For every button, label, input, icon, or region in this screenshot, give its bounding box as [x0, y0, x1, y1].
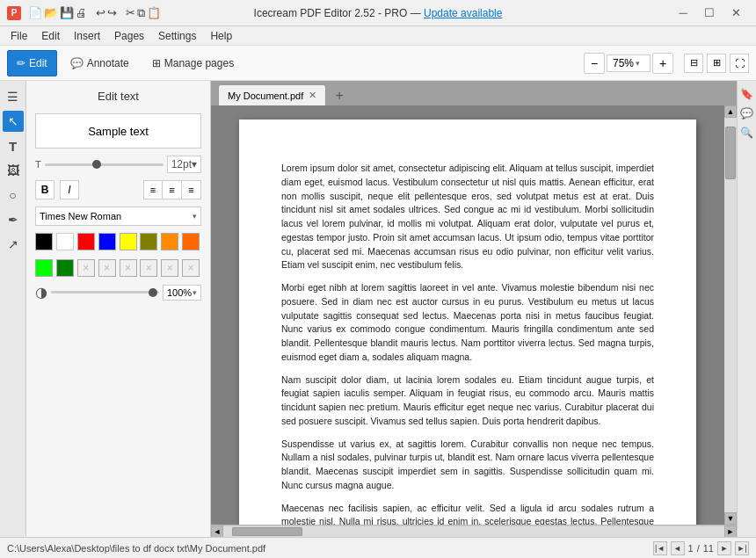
color-yellow[interactable] — [120, 233, 137, 250]
next-page-button[interactable]: ► — [717, 541, 731, 555]
h-scrollbar: ◄ ► — [211, 525, 737, 537]
scroll-down-button[interactable]: ▼ — [724, 512, 737, 525]
align-center-button[interactable]: ≡ — [163, 180, 182, 199]
opacity-display[interactable]: 100% ▾ — [163, 285, 201, 301]
print-icon[interactable]: 🖨 — [76, 6, 87, 20]
toolbar-right-icons: ⊟ ⊞ ⛶ — [684, 54, 749, 73]
pdf-viewer[interactable]: Lorem ipsum dolor sit amet, consectetur … — [211, 105, 724, 525]
font-family-select[interactable]: Times New Roman ▾ — [35, 207, 201, 226]
zoom-in-button[interactable]: + — [652, 53, 673, 74]
opacity-slider-thumb[interactable] — [149, 288, 157, 297]
color-empty3[interactable] — [120, 259, 137, 277]
opacity-slider[interactable] — [51, 291, 159, 293]
opacity-row: ◑ 100% ▾ — [35, 284, 201, 301]
scroll-right-button[interactable]: ► — [724, 525, 737, 538]
tab-bar: My Document.pdf ✕ + — [211, 81, 737, 105]
close-button[interactable]: ✕ — [723, 4, 749, 23]
maximize-button[interactable]: ☐ — [696, 4, 723, 23]
open-file-icon[interactable]: 📂 — [44, 6, 58, 20]
para-5: Maecenas nec facilisis sapien, ac effici… — [281, 502, 654, 525]
font-size-slider[interactable] — [45, 163, 164, 166]
split-vertical-icon[interactable]: ⊟ — [684, 54, 703, 73]
rs-bookmark-icon[interactable]: 🔖 — [739, 86, 755, 102]
zoom-out-button[interactable]: − — [584, 53, 605, 74]
color-empty6[interactable] — [182, 259, 200, 277]
paste-icon[interactable]: 📋 — [147, 6, 161, 20]
rs-comment-icon[interactable]: 💬 — [739, 105, 755, 121]
prev-page-button[interactable]: ◄ — [671, 541, 685, 555]
color-empty2[interactable] — [98, 259, 116, 277]
align-left-button[interactable]: ≡ — [143, 180, 163, 199]
color-blue[interactable] — [98, 233, 116, 250]
zoom-control: − 75% ▾ + — [584, 53, 673, 74]
menu-help[interactable]: Help — [203, 28, 239, 44]
scroll-track[interactable] — [724, 118, 737, 512]
font-size-dropdown-arrow[interactable]: ▾ — [192, 158, 197, 170]
cut-icon[interactable]: ✂ — [126, 6, 135, 20]
color-empty4[interactable] — [140, 259, 157, 277]
para-2: Morbi eget nibh at lorem sagittis laoree… — [281, 281, 654, 365]
menu-edit[interactable]: Edit — [34, 28, 67, 44]
tab-add-button[interactable]: + — [330, 86, 349, 105]
undo-icon[interactable]: ↩ — [96, 6, 105, 20]
menu-file[interactable]: File — [4, 28, 34, 44]
zoom-dropdown-arrow[interactable]: ▾ — [636, 59, 640, 68]
align-right-button[interactable]: ≡ — [182, 180, 201, 199]
doc-area: My Document.pdf ✕ + Lorem ipsum dolor si… — [211, 81, 737, 537]
color-darkorange[interactable] — [182, 233, 200, 250]
color-green[interactable] — [56, 259, 74, 277]
scroll-up-button[interactable]: ▲ — [724, 105, 737, 118]
menu-pages[interactable]: Pages — [107, 28, 151, 44]
color-black[interactable] — [35, 233, 53, 250]
sidebar-image-tool[interactable]: 🖼 — [3, 160, 24, 181]
edit-button[interactable]: ✏ Edit — [7, 50, 57, 76]
pdf-content-area: Lorem ipsum dolor sit amet, consectetur … — [211, 105, 737, 525]
italic-button[interactable]: I — [60, 180, 79, 199]
fullscreen-icon[interactable]: ⛶ — [730, 54, 749, 73]
sidebar-hand-tool[interactable]: ☰ — [3, 86, 24, 107]
color-empty1[interactable] — [77, 259, 95, 277]
font-size-slider-thumb[interactable] — [92, 160, 101, 169]
rs-search-icon[interactable]: 🔍 — [739, 125, 755, 141]
h-scroll-track[interactable] — [223, 526, 724, 537]
menu-insert[interactable]: Insert — [67, 28, 107, 44]
pdf-scrollbar: ▲ ▼ — [724, 105, 737, 525]
sidebar-text-tool[interactable]: T — [3, 135, 24, 156]
menu-settings[interactable]: Settings — [151, 28, 203, 44]
save-icon[interactable]: 💾 — [60, 6, 74, 20]
split-horizontal-icon[interactable]: ⊞ — [707, 54, 726, 73]
statusbar: C:\Users\Alexa\Desktop\files to df docx … — [0, 537, 756, 558]
copy-icon[interactable]: ⧉ — [137, 6, 145, 20]
update-link[interactable]: Update available — [424, 7, 502, 19]
minimize-button[interactable]: ─ — [670, 4, 696, 23]
color-lime[interactable] — [35, 259, 53, 277]
para-3: Nam suscipit dolor diam, ut lacinia lore… — [281, 373, 654, 429]
color-empty5[interactable] — [161, 259, 178, 277]
color-red[interactable] — [77, 233, 95, 250]
total-pages: 11 — [703, 543, 714, 554]
scroll-left-button[interactable]: ◄ — [211, 525, 223, 538]
color-olive[interactable] — [140, 233, 157, 250]
pdf-page: Lorem ipsum dolor sit amet, consectetur … — [239, 120, 696, 525]
color-orange[interactable] — [161, 233, 178, 250]
scroll-thumb[interactable] — [725, 127, 736, 179]
redo-icon[interactable]: ↪ — [107, 6, 117, 20]
color-white[interactable] — [56, 233, 74, 250]
document-tab[interactable]: My Document.pdf ✕ — [218, 84, 326, 105]
sidebar-select-tool[interactable]: ↖ — [3, 111, 24, 132]
first-page-button[interactable]: |◄ — [653, 541, 667, 555]
last-page-button[interactable]: ►| — [735, 541, 749, 555]
sidebar-arrow-tool[interactable]: ↗ — [3, 234, 24, 255]
new-file-icon[interactable]: 📄 — [28, 6, 42, 20]
sample-text-preview: Sample text — [35, 113, 201, 149]
tab-close-button[interactable]: ✕ — [309, 90, 316, 101]
h-scroll-thumb[interactable] — [232, 527, 302, 536]
bold-button[interactable]: B — [35, 180, 55, 199]
opacity-dropdown-arrow[interactable]: ▾ — [193, 288, 197, 297]
titlebar-left: P 📄 📂 💾 🖨 ↩ ↪ ✂ ⧉ 📋 — [7, 6, 161, 20]
sidebar-pen-tool[interactable]: ✒ — [3, 209, 24, 230]
sidebar-shape-tool[interactable]: ○ — [3, 185, 24, 206]
annotate-button[interactable]: 💬 Annotate — [61, 50, 139, 76]
font-size-display[interactable]: 12pt ▾ — [167, 156, 201, 173]
manage-pages-button[interactable]: ⊞ Manage pages — [142, 50, 244, 76]
